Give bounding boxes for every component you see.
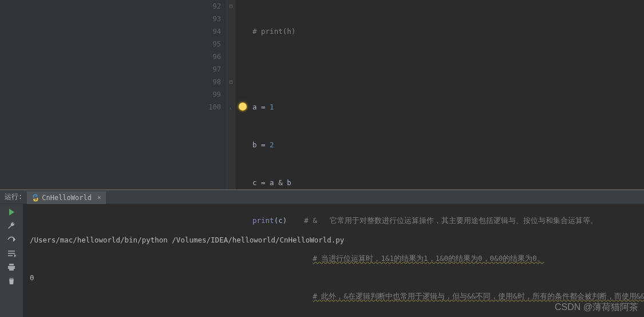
project-panel-collapsed xyxy=(0,0,193,189)
trash-icon[interactable] xyxy=(7,276,16,285)
line-number[interactable]: 99 xyxy=(193,88,221,101)
code-number: 2 xyxy=(270,140,274,149)
step-over-icon[interactable] xyxy=(7,235,16,244)
code-editor[interactable]: # print(h) a = 1 b = 2 c = a & b print(c… xyxy=(252,0,644,189)
line-number[interactable]: 98 xyxy=(193,76,221,88)
fold-indicator[interactable]: ⊟ xyxy=(227,76,235,88)
run-toolbar xyxy=(0,204,23,317)
fold-indicator[interactable]: ⊟ xyxy=(227,0,235,13)
run-configuration-tab[interactable]: CnHelloWorld × xyxy=(27,190,105,204)
line-number[interactable]: 97 xyxy=(193,63,221,76)
code-var: c xyxy=(252,178,257,187)
editor-area: 92 93 94 95 96 97 98 99 100 ⊟ ⊟ ⌞ # prin… xyxy=(0,0,644,189)
line-number[interactable]: 93 xyxy=(193,13,221,25)
lightbulb-icon[interactable] xyxy=(239,103,247,111)
step-into-icon[interactable] xyxy=(7,249,16,258)
code-number: 1 xyxy=(270,103,274,111)
tab-label: CnHelloWorld xyxy=(42,194,92,202)
code-comment: # & 它常用于对整数进行位运算操作，其主要用途包括逻辑与、按位与和集合运算等。 xyxy=(304,216,598,225)
code-var: b xyxy=(252,140,257,149)
play-icon[interactable] xyxy=(7,208,16,217)
code-line xyxy=(252,63,644,76)
line-number-gutter[interactable]: 92 93 94 95 96 97 98 99 100 xyxy=(193,0,227,189)
code-comment: # 此外，&在逻辑判断中也常用于逻辑与，但与&&不同，使用&时，所有的条件都会被… xyxy=(313,292,644,300)
intention-gutter xyxy=(235,0,252,189)
code-var: a xyxy=(252,103,257,111)
line-number[interactable]: 94 xyxy=(193,25,221,38)
fold-end-indicator[interactable]: ⌞ xyxy=(227,101,235,114)
close-icon[interactable]: × xyxy=(97,194,101,201)
run-label: 运行: xyxy=(0,192,27,202)
line-number[interactable]: 96 xyxy=(193,50,221,63)
line-number[interactable]: 92 xyxy=(193,0,221,13)
line-number[interactable]: 95 xyxy=(193,38,221,50)
print-icon[interactable] xyxy=(7,263,16,272)
fold-gutter[interactable]: ⊟ ⊟ ⌞ xyxy=(227,0,235,189)
code-fn: print xyxy=(252,216,274,225)
code-comment: # 当进行位运算时，1&1的结果为1，1&0的结果为0，0&0的结果为0。 xyxy=(313,254,544,263)
wrench-icon[interactable] xyxy=(7,221,16,230)
line-number[interactable]: 100 xyxy=(193,101,221,114)
code-comment: # print(h) xyxy=(252,27,295,36)
python-icon xyxy=(31,194,39,202)
